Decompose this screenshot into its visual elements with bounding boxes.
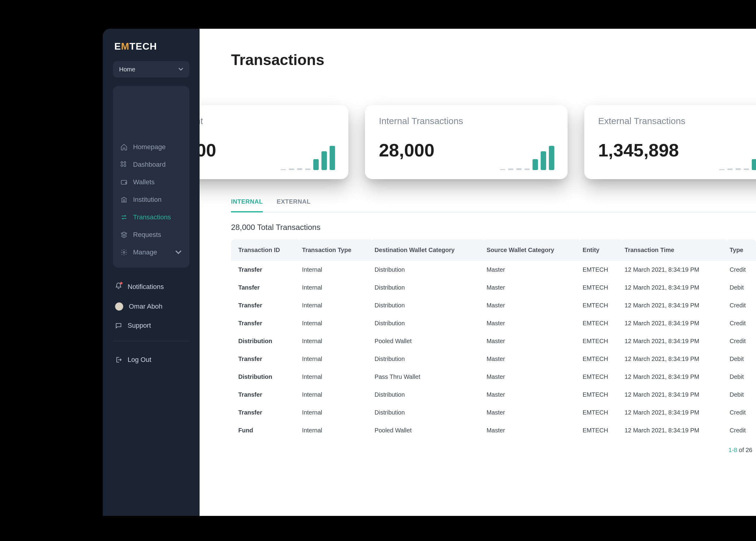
transaction-id-link[interactable]: Transfer [231,261,299,279]
svg-point-5 [123,252,125,253]
card-external-transactions: External Transactions 1,345,898 [584,105,756,179]
cell-transaction-time: 12 March 2021, 8:34:19 PM [621,368,726,386]
spark-bar [297,168,302,170]
cell-type: Debit [726,368,756,386]
home-icon [121,144,127,151]
cell-entity: EMTECH [579,314,621,332]
tab-external[interactable]: EXTERNAL [277,195,311,212]
cell-source-wallet: Master [483,279,579,296]
cell-transaction-type: Internal [299,421,371,439]
sidebar-item-label: Wallets [133,178,154,186]
sidebar-item-homepage[interactable]: Homepage [113,138,189,156]
cell-entity: EMTECH [579,296,621,314]
transaction-id-link[interactable]: Tansfer [231,279,299,296]
cell-destination-wallet: Pooled Wallet [371,332,483,350]
pager-of: of [737,447,746,453]
chat-icon [115,322,122,329]
spark-bar [289,169,294,170]
transaction-id-link[interactable]: Fund [231,421,299,439]
cell-source-wallet: Master [483,350,579,368]
table-row[interactable]: TransferInternalDistributionMasterEMTECH… [231,261,756,279]
spark-bar [752,159,756,170]
table-row[interactable]: TansferInternalDistributionMasterEMTECH1… [231,279,756,296]
sidebar-footer: Notifications Omar Aboh Support [103,277,200,335]
col-transaction-id[interactable]: Transaction ID [231,239,299,261]
cell-entity: EMTECH [579,368,621,386]
cell-source-wallet: Master [483,386,579,404]
institution-icon [121,196,127,203]
sidebar-item-transactions[interactable]: Transactions [113,209,189,226]
cell-source-wallet: Master [483,404,579,421]
cell-entity: EMTECH [579,386,621,404]
table-row[interactable]: TransferInternalDistributionMasterEMTECH… [231,386,756,404]
col-source-wallet[interactable]: Source Wallet Category [483,239,579,261]
sidebar-item-dashboard[interactable]: Dashboard [113,156,189,173]
sparkline-bars [500,140,554,170]
transaction-id-link[interactable]: Transfer [231,296,299,314]
cell-source-wallet: Master [483,296,579,314]
table-row[interactable]: DistributionInternalPooled WalletMasterE… [231,332,756,350]
cell-transaction-time: 12 March 2021, 8:34:19 PM [621,404,726,421]
spark-bar [541,151,546,170]
transaction-id-link[interactable]: Transfer [231,386,299,404]
table-row[interactable]: TransferInternalDistributionMasterEMTECH… [231,314,756,332]
table-row[interactable]: DistributionInternalPass Thru WalletMast… [231,368,756,386]
spark-bar [313,159,319,170]
logout-icon [115,356,122,363]
cell-transaction-type: Internal [299,261,371,279]
transaction-id-link[interactable]: Transfer [231,350,299,368]
stat-cards: Total Amount $29,000 Internal Transactio… [200,105,756,179]
sidebar-item-label: Homepage [133,143,166,151]
workspace-selector-value: Home [119,66,135,73]
col-destination-wallet[interactable]: Destination Wallet Category [371,239,483,261]
table-row[interactable]: TransferInternalDistributionMasterEMTECH… [231,350,756,368]
transactions-table: Transaction ID Transaction Type Destinat… [231,239,756,439]
cell-transaction-time: 12 March 2021, 8:34:19 PM [621,350,726,368]
logout-label: Log Out [127,356,151,364]
cell-transaction-time: 12 March 2021, 8:34:19 PM [621,296,726,314]
sidebar-item-wallets[interactable]: Wallets [113,173,189,191]
wallet-icon [121,179,127,186]
cell-transaction-type: Internal [299,368,371,386]
table-row[interactable]: FundInternalPooled WalletMasterEMTECH12 … [231,421,756,439]
col-transaction-time[interactable]: Transaction Time [621,239,726,261]
sidebar-user[interactable]: Omar Aboh [113,297,189,316]
sidebar-support[interactable]: Support [113,316,189,335]
tab-internal[interactable]: INTERNAL [231,195,263,213]
card-value: $29,000 [200,141,216,160]
transaction-id-link[interactable]: Transfer [231,314,299,332]
transaction-id-link[interactable]: Distribution [231,368,299,386]
cell-entity: EMTECH [579,279,621,296]
cell-source-wallet: Master [483,368,579,386]
sidebar-item-institution[interactable]: Institution [113,191,189,209]
cell-type: Debit [726,350,756,368]
col-transaction-type[interactable]: Transaction Type [299,239,371,261]
sidebar: EMTECH Home Homepage Dashboard Wallets I… [103,29,200,516]
sidebar-notifications[interactable]: Notifications [113,277,189,297]
nav-menu: Homepage Dashboard Wallets Institution T… [113,86,189,268]
transfer-icon [121,214,127,221]
table-row[interactable]: TransferInternalDistributionMasterEMTECH… [231,404,756,421]
cell-source-wallet: Master [483,314,579,332]
logout-button[interactable]: Log Out [113,350,189,369]
transaction-id-link[interactable]: Distribution [231,332,299,350]
cell-type: Debit [726,279,756,296]
card-label: External Transactions [598,116,756,126]
col-entity[interactable]: Entity [579,239,621,261]
spark-bar [744,169,749,170]
pager-total: 26 [746,447,752,453]
sidebar-item-manage[interactable]: Manage [113,244,189,261]
spark-bar [735,168,741,170]
cell-entity: EMTECH [579,332,621,350]
table-row[interactable]: TransferInternalDistributionMasterEMTECH… [231,296,756,314]
transaction-id-link[interactable]: Transfer [231,404,299,421]
workspace-selector[interactable]: Home [113,61,189,78]
sparkline-bars [719,140,756,170]
sidebar-item-requests[interactable]: Requests [113,226,189,244]
cell-destination-wallet: Distribution [371,314,483,332]
card-label: Total Amount [200,116,335,126]
cell-transaction-type: Internal [299,332,371,350]
col-type[interactable]: Type [726,239,756,261]
cell-transaction-type: Internal [299,296,371,314]
cell-type: Credit [726,404,756,421]
